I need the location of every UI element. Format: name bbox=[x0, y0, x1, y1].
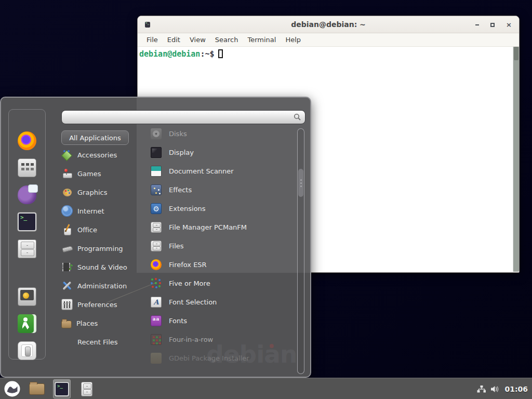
menu-app-disks[interactable]: Disks bbox=[151, 124, 295, 143]
category-label: Administration bbox=[77, 282, 127, 290]
close-button[interactable]: × bbox=[506, 21, 512, 28]
menu-app-document-scanner[interactable]: Document Scanner bbox=[151, 162, 295, 180]
menu-terminal[interactable]: Terminal bbox=[243, 36, 281, 44]
sound-video-icon: ♪ bbox=[61, 261, 73, 273]
terminal-icon: >_ bbox=[55, 382, 69, 396]
menu-app-display[interactable]: Display bbox=[151, 143, 295, 162]
office-icon bbox=[61, 224, 73, 235]
terminal-cursor bbox=[218, 49, 223, 58]
application-menu: >_ All Applications Accessories Games Gr… bbox=[0, 97, 311, 378]
file-cabinet-icon bbox=[151, 241, 162, 251]
apps-scrollbar-thumb[interactable] bbox=[298, 169, 303, 197]
category-office[interactable]: Office bbox=[61, 222, 147, 237]
category-sound-video[interactable]: ♪Sound & Video bbox=[61, 259, 147, 275]
category-label: Places bbox=[76, 320, 98, 327]
category-label: All Applications bbox=[69, 134, 121, 142]
app-label: Effects bbox=[169, 186, 192, 194]
menu-app-firefox-esr[interactable]: Firefox ESR bbox=[151, 255, 295, 274]
category-administration[interactable]: Administration bbox=[61, 278, 147, 294]
logout-icon[interactable] bbox=[18, 314, 36, 333]
category-label: Recent Files bbox=[77, 338, 118, 346]
menu-search-input[interactable] bbox=[66, 112, 290, 123]
menu-view[interactable]: View bbox=[185, 36, 210, 44]
extensions-icon: ⚙ bbox=[151, 203, 162, 214]
graphics-icon bbox=[61, 187, 73, 198]
category-games[interactable]: Games bbox=[61, 166, 147, 181]
menu-app-fonts[interactable]: aaFonts bbox=[151, 311, 295, 330]
apps-scrollbar[interactable] bbox=[297, 128, 304, 374]
menu-search[interactable]: Search bbox=[210, 36, 243, 44]
category-places[interactable]: Places bbox=[61, 315, 147, 331]
app-label: Five or More bbox=[169, 280, 210, 287]
software-manager-icon[interactable] bbox=[18, 158, 36, 177]
app-label: Fonts bbox=[169, 317, 187, 325]
file-manager-launcher[interactable] bbox=[28, 379, 46, 398]
four-in-a-row-icon bbox=[151, 334, 162, 345]
category-programming[interactable]: Programming bbox=[61, 241, 147, 256]
app-label: Files bbox=[169, 242, 184, 250]
programming-icon bbox=[61, 243, 73, 254]
menu-button[interactable] bbox=[3, 379, 21, 398]
clock[interactable]: 01:06 bbox=[504, 385, 528, 393]
menu-app-files[interactable]: Files bbox=[151, 236, 295, 255]
category-label: Sound & Video bbox=[77, 263, 127, 271]
games-icon bbox=[61, 168, 73, 179]
app-label: Disks bbox=[169, 130, 187, 138]
menu-app-effects[interactable]: Effects bbox=[151, 180, 295, 199]
app-label: File Manager PCManFM bbox=[169, 223, 247, 231]
gdebi-icon bbox=[151, 353, 162, 364]
document-scanner-icon bbox=[151, 166, 162, 177]
font-selection-icon: A bbox=[151, 297, 162, 308]
shutdown-icon[interactable] bbox=[18, 341, 36, 360]
category-recent-files[interactable]: Recent Files bbox=[61, 334, 147, 350]
prompt-user: debian@debian bbox=[139, 49, 200, 59]
internet-icon bbox=[61, 205, 73, 217]
terminal-scrollbar[interactable] bbox=[513, 47, 519, 272]
category-label: Accessories bbox=[77, 151, 117, 159]
terminal-menubar: File Edit View Search Terminal Help bbox=[138, 33, 519, 47]
category-preferences[interactable]: Preferences bbox=[61, 297, 147, 312]
menu-help[interactable]: Help bbox=[281, 36, 305, 44]
app-label: Firefox ESR bbox=[169, 261, 207, 269]
lock-screen-icon[interactable] bbox=[18, 287, 36, 306]
firefox-icon bbox=[151, 259, 162, 270]
menu-edit[interactable]: Edit bbox=[163, 36, 185, 44]
terminal-window-icon: >_ bbox=[145, 22, 150, 28]
app-label: Document Scanner bbox=[169, 167, 234, 175]
terminal-icon[interactable]: >_ bbox=[18, 212, 36, 231]
effects-icon bbox=[151, 184, 162, 195]
files-launcher[interactable] bbox=[78, 379, 96, 398]
terminal-window-title: debian@debian: ~ bbox=[138, 20, 519, 29]
terminal-taskbar-button[interactable]: >_ bbox=[53, 379, 71, 398]
category-graphics[interactable]: Graphics bbox=[61, 184, 147, 200]
category-accessories[interactable]: Accessories bbox=[61, 147, 147, 163]
file-manager-icon[interactable] bbox=[18, 240, 36, 258]
terminal-titlebar[interactable]: >_ debian@debian: ~ × bbox=[138, 16, 519, 33]
category-label: Internet bbox=[77, 207, 104, 215]
firefox-icon[interactable] bbox=[18, 131, 36, 150]
menu-file[interactable]: File bbox=[142, 36, 163, 44]
terminal-scrollbar-thumb[interactable] bbox=[514, 47, 518, 60]
category-internet[interactable]: Internet bbox=[61, 203, 147, 219]
menu-app-five-or-more[interactable]: Five or More bbox=[151, 274, 295, 292]
menu-app-font-selection[interactable]: AFont Selection bbox=[151, 292, 295, 311]
category-all-applications[interactable]: All Applications bbox=[61, 130, 129, 145]
fonts-icon: aa bbox=[151, 315, 162, 326]
pidgin-icon[interactable] bbox=[18, 185, 36, 204]
network-icon[interactable] bbox=[477, 385, 486, 393]
menu-app-file-manager-pcmanfm[interactable]: File Manager PCManFM bbox=[151, 218, 295, 236]
administration-icon bbox=[61, 280, 73, 291]
menu-app-extensions[interactable]: ⚙Extensions bbox=[151, 199, 295, 218]
category-label: Games bbox=[77, 170, 101, 178]
taskbar: >_ 01:06 bbox=[0, 378, 532, 399]
menu-search-box[interactable] bbox=[61, 110, 305, 124]
accessories-icon bbox=[61, 149, 73, 161]
display-icon bbox=[151, 147, 162, 158]
search-icon bbox=[294, 113, 301, 121]
folder-icon bbox=[29, 383, 45, 395]
maximize-button[interactable] bbox=[490, 23, 495, 27]
category-label: Preferences bbox=[77, 301, 117, 309]
minimize-button[interactable] bbox=[475, 24, 479, 25]
disks-icon bbox=[151, 128, 162, 139]
volume-icon[interactable] bbox=[490, 385, 500, 393]
